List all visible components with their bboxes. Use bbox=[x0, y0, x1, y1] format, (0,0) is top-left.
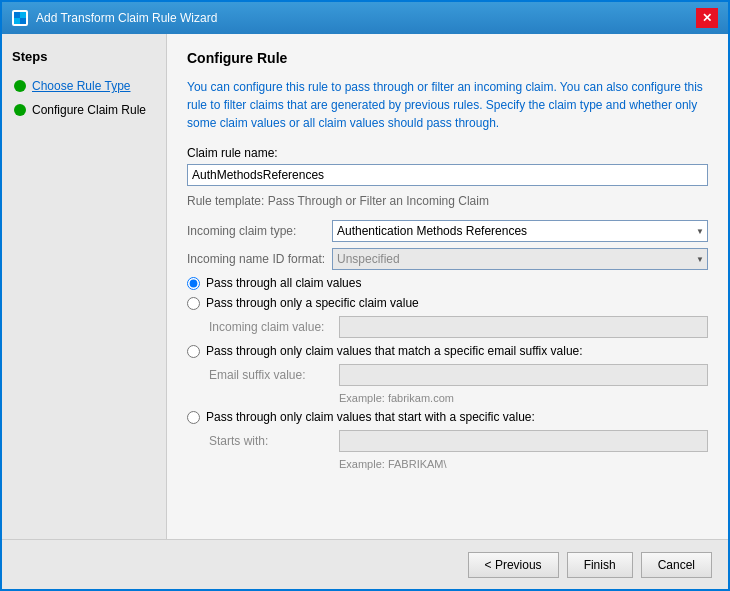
starts-example-text: Example: FABRIKAM\ bbox=[339, 458, 708, 470]
cancel-button[interactable]: Cancel bbox=[641, 552, 712, 578]
svg-rect-3 bbox=[20, 18, 26, 24]
sidebar-item-choose-rule-type[interactable]: Choose Rule Type bbox=[12, 76, 156, 96]
radio-option-1[interactable]: Pass through all claim values bbox=[187, 276, 708, 290]
sidebar-item-label-configure: Configure Claim Rule bbox=[32, 103, 146, 117]
sidebar-item-label-choose-rule[interactable]: Choose Rule Type bbox=[32, 79, 131, 93]
incoming-name-id-select-wrapper[interactable]: Unspecified bbox=[332, 248, 708, 270]
radio-option-3[interactable]: Pass through only claim values that matc… bbox=[187, 344, 708, 358]
description-text: You can configure this rule to pass thro… bbox=[187, 78, 708, 132]
email-suffix-label: Email suffix value: bbox=[209, 368, 339, 382]
incoming-claim-type-select[interactable]: Authentication Methods References bbox=[332, 220, 708, 242]
incoming-name-id-row: Incoming name ID format: Unspecified bbox=[187, 248, 708, 270]
svg-rect-0 bbox=[14, 12, 20, 18]
app-icon bbox=[12, 10, 28, 26]
radio-email-suffix-label[interactable]: Pass through only claim values that matc… bbox=[206, 344, 583, 358]
radio-all-values-label[interactable]: Pass through all claim values bbox=[206, 276, 361, 290]
starts-with-input[interactable] bbox=[339, 430, 708, 452]
email-suffix-input[interactable] bbox=[339, 364, 708, 386]
email-example-text: Example: fabrikam.com bbox=[339, 392, 708, 404]
incoming-name-id-label: Incoming name ID format: bbox=[187, 252, 332, 266]
footer: < Previous Finish Cancel bbox=[2, 539, 728, 589]
radio-option-2[interactable]: Pass through only a specific claim value bbox=[187, 296, 708, 310]
finish-button[interactable]: Finish bbox=[567, 552, 633, 578]
incoming-claim-type-select-wrapper[interactable]: Authentication Methods References bbox=[332, 220, 708, 242]
incoming-claim-value-input[interactable] bbox=[339, 316, 708, 338]
sidebar-title: Steps bbox=[12, 49, 156, 64]
step1-dot bbox=[14, 80, 26, 92]
radio-all-values[interactable] bbox=[187, 277, 200, 290]
window-title: Add Transform Claim Rule Wizard bbox=[36, 11, 217, 25]
radio-specific-value-label[interactable]: Pass through only a specific claim value bbox=[206, 296, 419, 310]
page-title: Configure Rule bbox=[187, 50, 708, 66]
claim-rule-name-input[interactable] bbox=[187, 164, 708, 186]
incoming-claim-value-field: Incoming claim value: bbox=[209, 316, 708, 338]
content-area: Steps Choose Rule Type Configure Claim R… bbox=[2, 34, 728, 539]
radio-starts-with[interactable] bbox=[187, 411, 200, 424]
email-suffix-field: Email suffix value: bbox=[209, 364, 708, 386]
main-window: Add Transform Claim Rule Wizard ✕ Steps … bbox=[0, 0, 730, 591]
incoming-claim-type-label: Incoming claim type: bbox=[187, 224, 332, 238]
claim-rule-name-label: Claim rule name: bbox=[187, 146, 708, 160]
sidebar-item-configure-claim-rule: Configure Claim Rule bbox=[12, 100, 156, 120]
previous-button[interactable]: < Previous bbox=[468, 552, 559, 578]
starts-with-field: Starts with: bbox=[209, 430, 708, 452]
title-bar: Add Transform Claim Rule Wizard ✕ bbox=[2, 2, 728, 34]
rule-template-text: Rule template: Pass Through or Filter an… bbox=[187, 194, 708, 208]
incoming-claim-value-label: Incoming claim value: bbox=[209, 320, 339, 334]
main-content: Configure Rule You can configure this ru… bbox=[167, 34, 728, 539]
radio-group: Pass through all claim values Pass throu… bbox=[187, 276, 708, 470]
starts-with-label: Starts with: bbox=[209, 434, 339, 448]
close-button[interactable]: ✕ bbox=[696, 8, 718, 28]
sidebar: Steps Choose Rule Type Configure Claim R… bbox=[2, 34, 167, 539]
radio-specific-value[interactable] bbox=[187, 297, 200, 310]
title-bar-left: Add Transform Claim Rule Wizard bbox=[12, 10, 217, 26]
radio-starts-with-label[interactable]: Pass through only claim values that star… bbox=[206, 410, 535, 424]
svg-rect-2 bbox=[14, 18, 20, 24]
step2-dot bbox=[14, 104, 26, 116]
radio-option-4[interactable]: Pass through only claim values that star… bbox=[187, 410, 708, 424]
incoming-claim-type-row: Incoming claim type: Authentication Meth… bbox=[187, 220, 708, 242]
svg-rect-1 bbox=[20, 12, 26, 18]
radio-email-suffix[interactable] bbox=[187, 345, 200, 358]
incoming-name-id-select[interactable]: Unspecified bbox=[332, 248, 708, 270]
